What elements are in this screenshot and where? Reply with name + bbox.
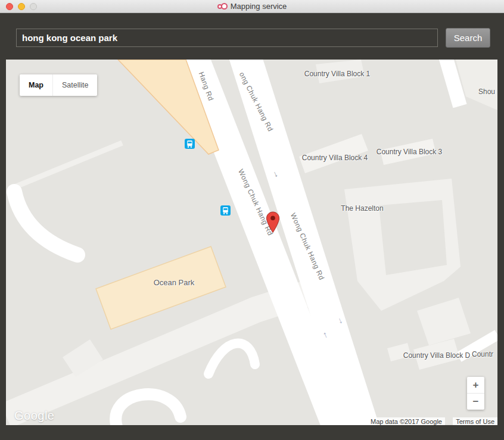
place-label-countr-clipped: Countr bbox=[472, 350, 493, 358]
place-label-block3: Country Villa Block 3 bbox=[377, 148, 443, 156]
place-label-block-d: Country Villa Block D bbox=[403, 351, 471, 360]
map-data-attribution: Map data ©2017 Google bbox=[368, 417, 445, 425]
map-type-satellite-button[interactable]: Satellite bbox=[52, 74, 97, 96]
zoom-out-button[interactable]: − bbox=[467, 394, 484, 410]
search-button[interactable]: Search bbox=[446, 28, 490, 48]
map-view[interactable]: Country Villa Block 1 Shou Country Villa… bbox=[6, 60, 497, 425]
minimize-icon[interactable] bbox=[18, 3, 25, 10]
window-title: Mapping service bbox=[231, 2, 287, 11]
window: { "window": { "title": "Mapping service"… bbox=[0, 0, 504, 440]
place-label-block4: Country Villa Block 4 bbox=[302, 154, 368, 162]
zoom-in-button[interactable]: + bbox=[467, 377, 484, 394]
zoom-icon bbox=[30, 3, 37, 10]
search-input[interactable] bbox=[16, 29, 438, 47]
map-type-control: Map Satellite bbox=[20, 74, 97, 96]
map-type-map-button[interactable]: Map bbox=[20, 74, 52, 96]
window-title-group: Mapping service bbox=[217, 2, 287, 11]
title-bar: Mapping service bbox=[0, 0, 504, 13]
traffic-lights bbox=[6, 3, 37, 10]
place-label-hazelton: The Hazelton bbox=[341, 204, 383, 213]
linked-rings-icon bbox=[217, 3, 228, 10]
close-icon[interactable] bbox=[6, 3, 13, 10]
map-canvas[interactable] bbox=[6, 60, 497, 425]
building-hazelton-courtyard bbox=[379, 200, 447, 275]
bus-stop-icon[interactable] bbox=[185, 139, 195, 149]
place-label-shou-clipped: Shou bbox=[478, 88, 495, 96]
bus-stop-icon[interactable] bbox=[220, 205, 231, 216]
terms-of-use-link[interactable]: Terms of Use bbox=[453, 417, 497, 425]
red-location-pin-icon[interactable] bbox=[266, 211, 280, 233]
google-logo: Google bbox=[14, 409, 55, 423]
zoom-control: + − bbox=[467, 377, 484, 410]
place-label-block1: Country Villa Block 1 bbox=[304, 70, 371, 78]
place-label-ocean-park: Ocean Park bbox=[154, 278, 195, 287]
